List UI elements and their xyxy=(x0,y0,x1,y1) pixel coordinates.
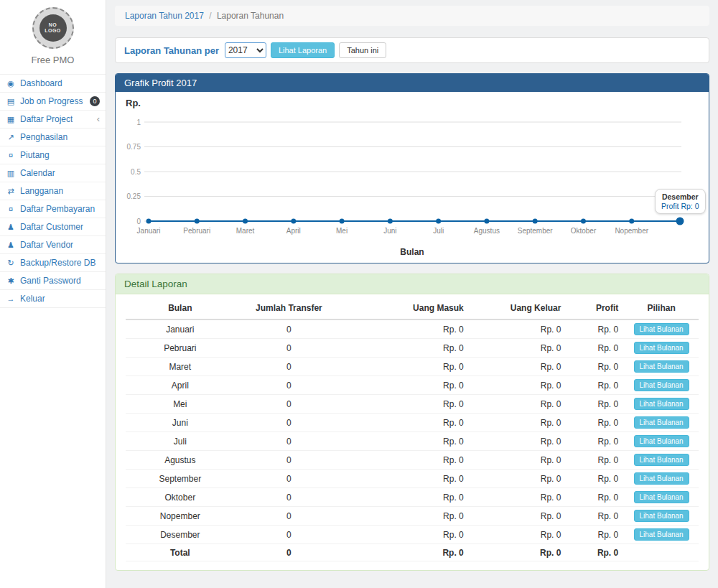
sidebar-menu: ◉Dashboard▤Job on Progress0▦Daftar Proje… xyxy=(0,74,106,308)
lihat-bulanan-button[interactable]: Lihat Bulanan xyxy=(634,323,689,335)
sidebar-item-label: Daftar Project xyxy=(20,114,73,124)
cell-jumlah-transfer: 0 xyxy=(235,339,344,358)
cell-pilihan: Lihat Bulanan xyxy=(624,526,699,544)
backup-restore-icon: ↻ xyxy=(6,258,16,268)
cell-uang-keluar: Rp. 0 xyxy=(470,339,567,358)
cell-uang-masuk: Rp. 0 xyxy=(343,544,470,561)
cell-bulan: Maret xyxy=(126,358,235,376)
x-axis-tick-label: April xyxy=(286,227,301,235)
detail-laporan-table: Bulan Jumlah Transfer Uang Masuk Uang Ke… xyxy=(126,297,699,561)
cell-profit: Rp. 0 xyxy=(567,395,624,414)
cell-uang-masuk: Rp. 0 xyxy=(343,319,470,339)
cell-uang-keluar: Rp. 0 xyxy=(470,488,567,507)
sidebar-item-job-on-progress[interactable]: ▤Job on Progress0 xyxy=(0,92,106,110)
chart-point[interactable] xyxy=(581,219,586,224)
cell-uang-masuk: Rp. 0 xyxy=(343,526,470,544)
table-header-row: Bulan Jumlah Transfer Uang Masuk Uang Ke… xyxy=(126,297,699,319)
table-row-september: September0Rp. 0Rp. 0Rp. 0Lihat Bulanan xyxy=(126,470,699,488)
profit-chart-panel: Grafik Profit 2017 Rp. 10.750.50.250Janu… xyxy=(115,73,709,263)
lihat-bulanan-button[interactable]: Lihat Bulanan xyxy=(634,360,689,373)
cell-bulan: Desember xyxy=(126,526,235,544)
chart-point[interactable] xyxy=(484,219,489,224)
y-axis-tick-label: 0.5 xyxy=(131,168,141,176)
cell-jumlah-transfer: 0 xyxy=(235,507,344,526)
sidebar-item-piutang[interactable]: ¤Piutang xyxy=(0,146,106,164)
sidebar-item-ganti-password[interactable]: ✱Ganti Password xyxy=(0,271,106,289)
cell-pilihan: Lihat Bulanan xyxy=(624,395,699,414)
cell-uang-masuk: Rp. 0 xyxy=(343,376,470,395)
cell-profit: Rp. 0 xyxy=(567,507,624,526)
table-row-mei: Mei0Rp. 0Rp. 0Rp. 0Lihat Bulanan xyxy=(126,395,699,414)
breadcrumb-link-laporan-tahun[interactable]: Laporan Tahun 2017 xyxy=(125,11,204,21)
cell-bulan: April xyxy=(126,376,235,395)
detail-laporan-panel: Detail Laporan Bulan Jumlah Transfer Uan… xyxy=(115,274,709,571)
chart-point[interactable] xyxy=(291,219,296,224)
cell-pilihan xyxy=(624,544,699,561)
chart-point[interactable] xyxy=(146,219,151,224)
cell-uang-keluar: Rp. 0 xyxy=(470,376,567,395)
table-row-agustus: Agustus0Rp. 0Rp. 0Rp. 0Lihat Bulanan xyxy=(126,451,699,470)
table-row-total: Total0Rp. 0Rp. 0Rp. 0 xyxy=(126,544,699,561)
vendors-icon: ♟ xyxy=(6,241,16,250)
lihat-bulanan-button[interactable]: Lihat Bulanan xyxy=(634,398,689,410)
x-axis-tick-label: September xyxy=(518,227,554,235)
sidebar-item-langganan[interactable]: ⇄Langganan xyxy=(0,182,106,200)
lihat-bulanan-button[interactable]: Lihat Bulanan xyxy=(634,379,689,391)
cell-pilihan: Lihat Bulanan xyxy=(624,488,699,507)
cell-uang-keluar: Rp. 0 xyxy=(470,544,567,561)
sidebar-item-keluar[interactable]: →Keluar xyxy=(0,289,106,307)
detail-panel-heading: Detail Laporan xyxy=(116,274,709,294)
sidebar-item-daftar-vendor[interactable]: ♟Daftar Vendor xyxy=(0,235,106,253)
sidebar-item-daftar-project[interactable]: ▦Daftar Project‹ xyxy=(0,110,106,128)
sidebar-item-dashboard[interactable]: ◉Dashboard xyxy=(0,74,106,92)
cell-bulan: Nopember xyxy=(126,507,235,526)
lihat-bulanan-button[interactable]: Lihat Bulanan xyxy=(634,472,689,485)
chart-tooltip: Desember Profit Rp: 0 xyxy=(655,189,706,214)
sidebar-item-penghasilan[interactable]: ↗Penghasilan xyxy=(0,128,106,146)
cell-uang-masuk: Rp. 0 xyxy=(343,507,470,526)
sidebar-item-label: Penghasilan xyxy=(20,132,67,142)
sidebar-item-label: Langganan xyxy=(20,186,63,196)
chart-point[interactable] xyxy=(195,219,200,224)
chart-point[interactable] xyxy=(629,219,634,224)
chart-point[interactable] xyxy=(340,219,345,224)
year-select[interactable]: 2017 xyxy=(225,42,266,58)
cell-pilihan: Lihat Bulanan xyxy=(624,507,699,526)
cell-pilihan: Lihat Bulanan xyxy=(624,319,699,339)
table-row-april: April0Rp. 0Rp. 0Rp. 0Lihat Bulanan xyxy=(126,376,699,395)
cell-pilihan: Lihat Bulanan xyxy=(624,339,699,358)
chart-point[interactable] xyxy=(533,219,538,224)
main-content: Laporan Tahun 2017 / Laporan Tahunan Lap… xyxy=(106,0,718,588)
sidebar-item-daftar-pembayaran[interactable]: ¤Daftar Pembayaran xyxy=(0,200,106,218)
lihat-bulanan-button[interactable]: Lihat Bulanan xyxy=(634,342,689,354)
report-table-body: Januari0Rp. 0Rp. 0Rp. 0Lihat BulananPebr… xyxy=(126,319,699,561)
sidebar-item-backup-restore-db[interactable]: ↻Backup/Restore DB xyxy=(0,253,106,271)
cell-uang-masuk: Rp. 0 xyxy=(343,432,470,451)
tahun-ini-button[interactable]: Tahun ini xyxy=(339,42,386,58)
cell-uang-masuk: Rp. 0 xyxy=(343,395,470,414)
lihat-bulanan-button[interactable]: Lihat Bulanan xyxy=(634,528,689,541)
lihat-bulanan-button[interactable]: Lihat Bulanan xyxy=(634,491,689,503)
lihat-laporan-button[interactable]: Lihat Laporan xyxy=(271,42,335,58)
cell-jumlah-transfer: 0 xyxy=(235,488,344,507)
lihat-bulanan-button[interactable]: Lihat Bulanan xyxy=(634,510,689,522)
chart-point[interactable] xyxy=(243,219,248,224)
chart-point[interactable] xyxy=(436,219,441,224)
tooltip-value: Profit Rp: 0 xyxy=(661,202,699,210)
cell-uang-masuk: Rp. 0 xyxy=(343,488,470,507)
sidebar-item-calendar[interactable]: ▥Calendar xyxy=(0,164,106,182)
col-header-uang-keluar: Uang Keluar xyxy=(470,297,567,319)
chart-point-hovered[interactable] xyxy=(676,218,684,225)
lihat-bulanan-button[interactable]: Lihat Bulanan xyxy=(634,454,689,466)
logo-text: NO LOGO xyxy=(45,22,62,34)
chevron-left-icon: ‹ xyxy=(97,115,100,123)
cell-jumlah-transfer: 0 xyxy=(235,376,344,395)
sidebar-item-daftar-customer[interactable]: ♟Daftar Customer xyxy=(0,218,106,235)
chart-point[interactable] xyxy=(388,219,393,224)
lihat-bulanan-button[interactable]: Lihat Bulanan xyxy=(634,435,689,447)
x-axis-tick-label: Januari xyxy=(137,227,161,235)
table-row-oktober: Oktober0Rp. 0Rp. 0Rp. 0Lihat Bulanan xyxy=(126,488,699,507)
cell-pilihan: Lihat Bulanan xyxy=(624,451,699,470)
lihat-bulanan-button[interactable]: Lihat Bulanan xyxy=(634,416,689,429)
y-axis-tick-label: 0 xyxy=(136,218,141,225)
